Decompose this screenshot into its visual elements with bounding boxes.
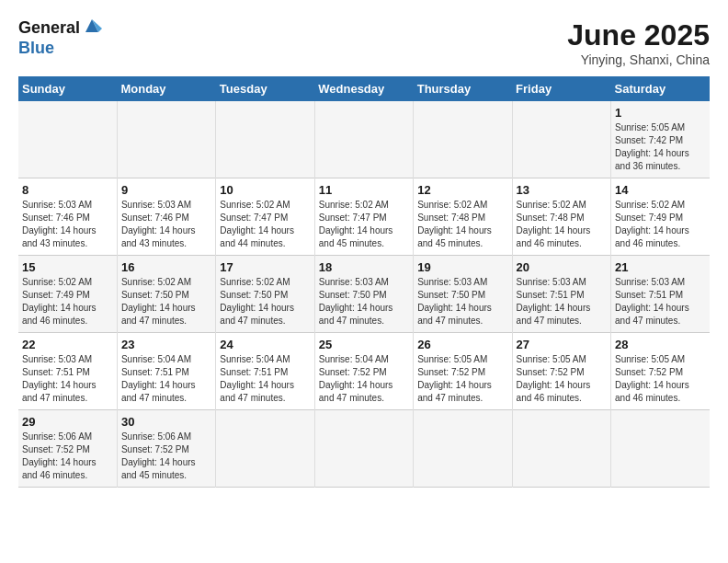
table-row [216, 101, 314, 178]
col-thursday: Thursday [414, 76, 512, 101]
table-row: 26Sunrise: 5:05 AMSunset: 7:52 PMDayligh… [414, 333, 512, 410]
col-sunday: Sunday [18, 76, 117, 101]
col-friday: Friday [512, 76, 610, 101]
table-row: 24Sunrise: 5:04 AMSunset: 7:51 PMDayligh… [216, 333, 314, 410]
calendar-week-row: 22Sunrise: 5:03 AMSunset: 7:51 PMDayligh… [18, 333, 710, 410]
table-row [117, 101, 215, 178]
calendar-week-row: 15Sunrise: 5:02 AMSunset: 7:49 PMDayligh… [18, 256, 710, 333]
page-header: General Blue June 2025 Yinying, Shanxi, … [18, 18, 710, 67]
table-row: 14Sunrise: 5:02 AMSunset: 7:49 PMDayligh… [611, 178, 710, 256]
table-row [314, 101, 413, 178]
calendar-table: Sunday Monday Tuesday Wednesday Thursday… [18, 76, 710, 488]
table-row: 9Sunrise: 5:03 AMSunset: 7:46 PMDaylight… [117, 178, 215, 256]
table-row: 19Sunrise: 5:03 AMSunset: 7:50 PMDayligh… [414, 256, 512, 333]
calendar-subtitle: Yinying, Shanxi, China [567, 52, 710, 67]
table-row: 25Sunrise: 5:04 AMSunset: 7:52 PMDayligh… [314, 333, 413, 410]
table-row [512, 101, 610, 178]
table-row [314, 410, 413, 488]
title-block: June 2025 Yinying, Shanxi, China [567, 18, 710, 67]
calendar-header-row: Sunday Monday Tuesday Wednesday Thursday… [18, 76, 710, 101]
logo-icon [82, 16, 102, 36]
table-row: 30Sunrise: 5:06 AMSunset: 7:52 PMDayligh… [117, 410, 215, 488]
table-row: 10Sunrise: 5:02 AMSunset: 7:47 PMDayligh… [216, 178, 314, 256]
table-row: 17Sunrise: 5:02 AMSunset: 7:50 PMDayligh… [216, 256, 314, 333]
logo-general-text: General [18, 18, 80, 39]
table-row: 12Sunrise: 5:02 AMSunset: 7:48 PMDayligh… [414, 178, 512, 256]
col-wednesday: Wednesday [314, 76, 413, 101]
table-row: 8Sunrise: 5:03 AMSunset: 7:46 PMDaylight… [18, 178, 117, 256]
logo-blue-text: Blue [18, 39, 102, 59]
table-row: 21Sunrise: 5:03 AMSunset: 7:51 PMDayligh… [611, 256, 710, 333]
col-saturday: Saturday [611, 76, 710, 101]
table-row: 22Sunrise: 5:03 AMSunset: 7:51 PMDayligh… [18, 333, 117, 410]
table-row [611, 410, 710, 488]
table-row: 16Sunrise: 5:02 AMSunset: 7:50 PMDayligh… [117, 256, 215, 333]
table-row: 15Sunrise: 5:02 AMSunset: 7:49 PMDayligh… [18, 256, 117, 333]
table-row: 13Sunrise: 5:02 AMSunset: 7:48 PMDayligh… [512, 178, 610, 256]
col-tuesday: Tuesday [216, 76, 314, 101]
calendar-week-row: 29Sunrise: 5:06 AMSunset: 7:52 PMDayligh… [18, 410, 710, 488]
col-monday: Monday [117, 76, 215, 101]
calendar-week-row: 8Sunrise: 5:03 AMSunset: 7:46 PMDaylight… [18, 178, 710, 256]
table-row: 29Sunrise: 5:06 AMSunset: 7:52 PMDayligh… [18, 410, 117, 488]
table-row: 11Sunrise: 5:02 AMSunset: 7:47 PMDayligh… [314, 178, 413, 256]
table-row: 1Sunrise: 5:05 AMSunset: 7:42 PMDaylight… [611, 101, 710, 178]
calendar-week-row: 1Sunrise: 5:05 AMSunset: 7:42 PMDaylight… [18, 101, 710, 178]
table-row [18, 101, 117, 178]
table-row [216, 410, 314, 488]
table-row: 23Sunrise: 5:04 AMSunset: 7:51 PMDayligh… [117, 333, 215, 410]
calendar-title: June 2025 [567, 18, 710, 52]
table-row: 27Sunrise: 5:05 AMSunset: 7:52 PMDayligh… [512, 333, 610, 410]
table-row: 28Sunrise: 5:05 AMSunset: 7:52 PMDayligh… [611, 333, 710, 410]
table-row: 18Sunrise: 5:03 AMSunset: 7:50 PMDayligh… [314, 256, 413, 333]
table-row: 20Sunrise: 5:03 AMSunset: 7:51 PMDayligh… [512, 256, 610, 333]
table-row [414, 410, 512, 488]
table-row [414, 101, 512, 178]
logo: General Blue [18, 18, 102, 58]
table-row [512, 410, 610, 488]
